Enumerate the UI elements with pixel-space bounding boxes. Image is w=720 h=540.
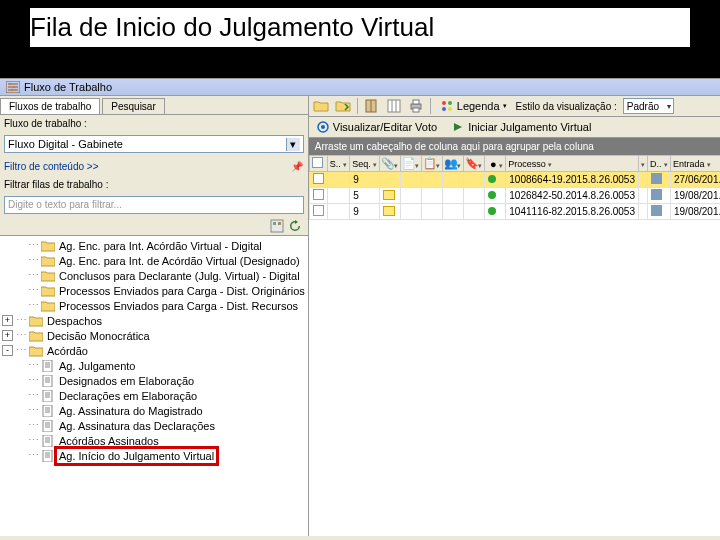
folder-icon bbox=[41, 285, 55, 297]
tree-item[interactable]: -⋯Acórdão bbox=[0, 343, 308, 358]
right-panel: Legenda ▾ Estilo da visualização : Padrã… bbox=[309, 96, 720, 536]
pin-icon[interactable]: 📌 bbox=[290, 159, 304, 173]
tree-item-label: Processos Enviados para Carga - Dist. Re… bbox=[58, 300, 299, 312]
doc-icon bbox=[41, 420, 55, 432]
tree-item-label: Decisão Monocrática bbox=[46, 330, 151, 342]
group-by-bar[interactable]: Arraste um cabeçalho de coluna aqui para… bbox=[309, 138, 720, 155]
fluxo-value: Fluxo Digital - Gabinete bbox=[8, 138, 123, 150]
column-header[interactable]: D.. ▾ bbox=[647, 156, 670, 172]
estilo-select[interactable]: Padrão bbox=[623, 98, 674, 114]
tree-item[interactable]: ⋯Ag. Enc. para Int. de Acórdão Virtual (… bbox=[0, 253, 308, 268]
iniciar-julgamento-button[interactable]: Iniciar Julgamento Virtual bbox=[448, 119, 594, 135]
expand-icon[interactable]: + bbox=[2, 315, 13, 326]
tree-item[interactable]: ⋯Declarações em Elaboração bbox=[0, 388, 308, 403]
header-icon: 📋 bbox=[424, 158, 436, 170]
note-icon bbox=[383, 206, 395, 216]
folder-icon bbox=[41, 300, 55, 312]
column-header[interactable]: Processo ▾ bbox=[506, 156, 639, 172]
column-header[interactable]: 👥▾ bbox=[443, 156, 464, 172]
cell-entrada: 19/08/201... bbox=[671, 188, 721, 204]
tree-item[interactable]: ⋯Acórdãos Assinados bbox=[0, 433, 308, 448]
tree-item-label: Ag. Início do Julgamento Virtual bbox=[58, 450, 215, 462]
tree-item[interactable]: ⋯Processos Enviados para Carga - Dist. O… bbox=[0, 283, 308, 298]
filtrar-input[interactable]: Digite o texto para filtrar... bbox=[4, 196, 304, 214]
app-window: Fluxo de Trabalho Fluxos de trabalho Pes… bbox=[0, 78, 720, 540]
row-checkbox-2[interactable] bbox=[651, 189, 662, 200]
tree-item[interactable]: ⋯Ag. Início do Julgamento Virtual bbox=[0, 448, 308, 463]
tree-item[interactable]: +⋯Despachos bbox=[0, 313, 308, 328]
fluxo-select[interactable]: Fluxo Digital - Gabinete ▾ bbox=[4, 135, 304, 153]
doc-icon bbox=[41, 375, 55, 387]
export-icon[interactable] bbox=[335, 98, 351, 114]
tree-item[interactable]: ⋯Designados em Elaboração bbox=[0, 373, 308, 388]
table-row[interactable]: 91041116-82.2015.8.26.005319/08/201... bbox=[309, 204, 720, 220]
tab-pesquisar[interactable]: Pesquisar bbox=[102, 98, 164, 114]
svg-rect-24 bbox=[413, 108, 419, 112]
column-header[interactable]: 📋▾ bbox=[422, 156, 443, 172]
filtrar-label: Filtrar filas de trabalho : bbox=[4, 179, 109, 190]
row-checkbox[interactable] bbox=[313, 205, 324, 216]
column-header[interactable]: ●▾ bbox=[485, 156, 506, 172]
tree-item[interactable]: +⋯Decisão Monocrática bbox=[0, 328, 308, 343]
refresh-icon[interactable] bbox=[288, 219, 302, 233]
doc-icon bbox=[41, 450, 55, 462]
tree-item[interactable]: ⋯Ag. Enc. para Int. Acórdão Virtual - Di… bbox=[0, 238, 308, 253]
tree-item-label: Ag. Julgamento bbox=[58, 360, 136, 372]
svg-rect-14 bbox=[43, 420, 52, 432]
row-checkbox[interactable] bbox=[313, 173, 324, 184]
svg-rect-13 bbox=[43, 405, 52, 417]
tree-item[interactable]: ⋯Ag. Julgamento bbox=[0, 358, 308, 373]
visualizar-voto-button[interactable]: Visualizar/Editar Voto bbox=[313, 119, 440, 135]
legenda-button[interactable]: Legenda ▾ bbox=[437, 98, 510, 114]
chevron-down-icon: ▾ bbox=[503, 102, 507, 110]
column-header[interactable]: ▾ bbox=[638, 156, 647, 172]
svg-rect-7 bbox=[271, 220, 283, 232]
column-header[interactable]: S.. ▾ bbox=[327, 156, 350, 172]
tree-item-label: Conclusos para Declarante (Julg. Virtual… bbox=[58, 270, 301, 282]
row-checkbox-2[interactable] bbox=[651, 173, 662, 184]
tree-item[interactable]: ⋯Ag. Assinatura das Declarações bbox=[0, 418, 308, 433]
tree-item-label: Designados em Elaboração bbox=[58, 375, 195, 387]
open-folder-icon[interactable] bbox=[313, 98, 329, 114]
window-titlebar: Fluxo de Trabalho bbox=[0, 79, 720, 96]
svg-rect-16 bbox=[43, 450, 52, 462]
workflow-tree: ⋯Ag. Enc. para Int. Acórdão Virtual - Di… bbox=[0, 235, 308, 536]
cell-entrada: 19/08/201... bbox=[671, 204, 721, 220]
filtro-conteudo-link[interactable]: Filtro de conteúdo >> bbox=[4, 161, 99, 172]
header-icon: 🔖 bbox=[466, 158, 478, 170]
svg-rect-15 bbox=[43, 435, 52, 447]
row-checkbox[interactable] bbox=[313, 189, 324, 200]
printer-icon[interactable] bbox=[408, 98, 424, 114]
tree-item-label: Ag. Enc. para Int. de Acórdão Virtual (D… bbox=[58, 255, 301, 267]
config-icon[interactable] bbox=[270, 219, 284, 233]
slide-title-bar: Fila de Inicio do Julgamento Virtual bbox=[0, 0, 720, 55]
column-header[interactable]: Entrada ▾ bbox=[671, 156, 721, 172]
svg-point-26 bbox=[448, 101, 452, 105]
tree-item[interactable]: ⋯Conclusos para Declarante (Julg. Virtua… bbox=[0, 268, 308, 283]
column-header[interactable] bbox=[309, 156, 327, 172]
select-all-checkbox[interactable] bbox=[312, 157, 323, 168]
table-row[interactable]: 91008664-19.2015.8.26.005327/06/201... bbox=[309, 172, 720, 188]
tree-item-label: Ag. Assinatura das Declarações bbox=[58, 420, 216, 432]
book-icon[interactable] bbox=[364, 98, 380, 114]
column-header[interactable]: Seq. ▾ bbox=[350, 156, 380, 172]
expand-icon[interactable]: - bbox=[2, 345, 13, 356]
fluxo-label: Fluxo de trabalho : bbox=[4, 118, 87, 129]
tree-item-label: Ag. Enc. para Int. Acórdão Virtual - Dig… bbox=[58, 240, 263, 252]
column-header[interactable]: 🔖▾ bbox=[464, 156, 485, 172]
svg-rect-12 bbox=[43, 390, 52, 402]
table-row[interactable]: 51026842-50.2014.8.26.005319/08/201... bbox=[309, 188, 720, 204]
header-icon: ● bbox=[487, 158, 499, 170]
cell-seq: 5 bbox=[350, 188, 380, 204]
tab-fluxos[interactable]: Fluxos de trabalho bbox=[0, 98, 100, 114]
folder-icon bbox=[41, 270, 55, 282]
tree-item[interactable]: ⋯Ag. Assinatura do Magistrado bbox=[0, 403, 308, 418]
expand-icon[interactable]: + bbox=[2, 330, 13, 341]
tree-item[interactable]: ⋯Processos Enviados para Carga - Dist. R… bbox=[0, 298, 308, 313]
columns-icon[interactable] bbox=[386, 98, 402, 114]
folder-icon bbox=[41, 255, 55, 267]
column-header[interactable]: 📎▾ bbox=[380, 156, 401, 172]
cell-seq: 9 bbox=[350, 172, 380, 188]
column-header[interactable]: 📄▾ bbox=[401, 156, 422, 172]
row-checkbox-2[interactable] bbox=[651, 205, 662, 216]
